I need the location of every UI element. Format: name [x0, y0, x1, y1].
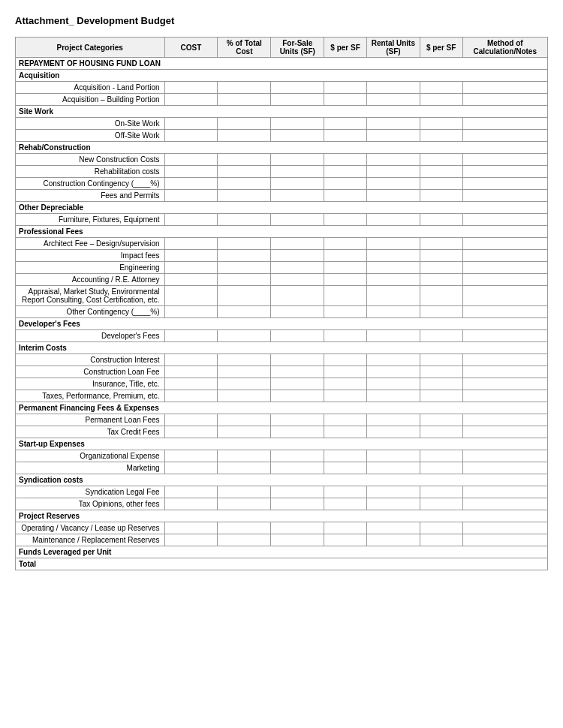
cell-persf2: [420, 450, 462, 462]
cell-forsale: [271, 330, 324, 342]
row-label: Construction Contingency (____%): [16, 178, 165, 190]
row-label: Acquisition – Building Portion: [16, 94, 165, 106]
cell-persf1: [324, 366, 367, 378]
cell-cost: [164, 390, 218, 402]
cell-method: [462, 178, 547, 190]
cell-persf1: [324, 118, 367, 130]
table-row: Taxes, Performance, Premium, etc.: [16, 390, 548, 402]
cell-cost: [164, 250, 218, 262]
category-header-label: Total: [16, 558, 548, 570]
cell-persf2: [420, 190, 462, 202]
cell-cost: [164, 486, 218, 498]
table-row: Acquisition - Land Portion: [16, 82, 548, 94]
cell-rental: [366, 130, 420, 142]
cell-persf2: [420, 238, 462, 250]
cell-persf2: [420, 274, 462, 286]
row-label: Organizational Expense: [16, 450, 165, 462]
row-label: Syndication Legal Fee: [16, 486, 165, 498]
cell-rental: [366, 94, 420, 106]
cell-persf2: [420, 306, 462, 318]
table-row: Architect Fee – Design/supervision: [16, 238, 548, 250]
cell-cost: [164, 286, 218, 306]
cell-pct: [218, 250, 271, 262]
row-label: Tax Credit Fees: [16, 426, 165, 438]
cell-pct: [218, 390, 271, 402]
cell-persf2: [420, 118, 462, 130]
row-label: Accounting / R.E. Attorney: [16, 274, 165, 286]
row-label: Appraisal, Market Study, Environmental R…: [16, 286, 165, 306]
cell-forsale: [271, 214, 324, 226]
cell-persf2: [420, 534, 462, 546]
category-header-label: Developer's Fees: [16, 318, 548, 330]
cell-rental: [366, 330, 420, 342]
row-label: Operating / Vacancy / Lease up Reserves: [16, 522, 165, 534]
cell-persf1: [324, 522, 367, 534]
cell-method: [462, 190, 547, 202]
category-header-label: Professional Fees: [16, 226, 548, 238]
table-row: Off-Site Work: [16, 130, 548, 142]
table-row: Construction Interest: [16, 354, 548, 366]
cell-persf2: [420, 486, 462, 498]
cell-rental: [366, 378, 420, 390]
cell-method: [462, 250, 547, 262]
cell-forsale: [271, 190, 324, 202]
header-per-sf-1: $ per SF: [324, 38, 367, 58]
cell-pct: [218, 154, 271, 166]
cell-pct: [218, 238, 271, 250]
table-row: Start-up Expenses: [16, 438, 548, 450]
cell-forsale: [271, 450, 324, 462]
cell-rental: [366, 82, 420, 94]
header-category: Project Categories: [16, 38, 165, 58]
cell-pct: [218, 450, 271, 462]
cell-persf1: [324, 498, 367, 510]
cell-persf2: [420, 82, 462, 94]
table-row: Rehabilitation costs: [16, 166, 548, 178]
table-row: Professional Fees: [16, 226, 548, 238]
table-row: Syndication Legal Fee: [16, 486, 548, 498]
cell-cost: [164, 118, 218, 130]
table-row: Maintenance / Replacement Reserves: [16, 534, 548, 546]
row-label: Insurance, Title, etc.: [16, 378, 165, 390]
table-row: Syndication costs: [16, 474, 548, 486]
cell-cost: [164, 166, 218, 178]
cell-method: [462, 522, 547, 534]
cell-pct: [218, 214, 271, 226]
table-row: Tax Opinions, other fees: [16, 498, 548, 510]
row-label: Maintenance / Replacement Reserves: [16, 534, 165, 546]
table-row: Operating / Vacancy / Lease up Reserves: [16, 522, 548, 534]
cell-pct: [218, 118, 271, 130]
cell-forsale: [271, 286, 324, 306]
row-label: Construction Loan Fee: [16, 366, 165, 378]
cell-forsale: [271, 486, 324, 498]
cell-cost: [164, 414, 218, 426]
cell-cost: [164, 154, 218, 166]
cell-method: [462, 130, 547, 142]
row-label: Other Contingency (____%): [16, 306, 165, 318]
cell-persf1: [324, 94, 367, 106]
cell-rental: [366, 190, 420, 202]
cell-persf2: [420, 378, 462, 390]
cell-persf1: [324, 190, 367, 202]
cell-persf1: [324, 486, 367, 498]
cell-method: [462, 330, 547, 342]
page-title: Attachment_ Development Budget: [15, 15, 548, 26]
row-label: Developer's Fees: [16, 330, 165, 342]
cell-pct: [218, 462, 271, 474]
table-row: Impact fees: [16, 250, 548, 262]
table-row: Furniture, Fixtures, Equipment: [16, 214, 548, 226]
category-header-label: Project Reserves: [16, 510, 548, 522]
cell-pct: [218, 366, 271, 378]
header-method: Method of Calculation/Notes: [462, 38, 547, 58]
cell-cost: [164, 522, 218, 534]
cell-rental: [366, 450, 420, 462]
cell-persf1: [324, 330, 367, 342]
cell-persf2: [420, 366, 462, 378]
cell-pct: [218, 498, 271, 510]
cell-cost: [164, 450, 218, 462]
cell-persf1: [324, 390, 367, 402]
cell-persf1: [324, 378, 367, 390]
cell-rental: [366, 486, 420, 498]
cell-persf1: [324, 82, 367, 94]
cell-rental: [366, 534, 420, 546]
cell-persf2: [420, 286, 462, 306]
